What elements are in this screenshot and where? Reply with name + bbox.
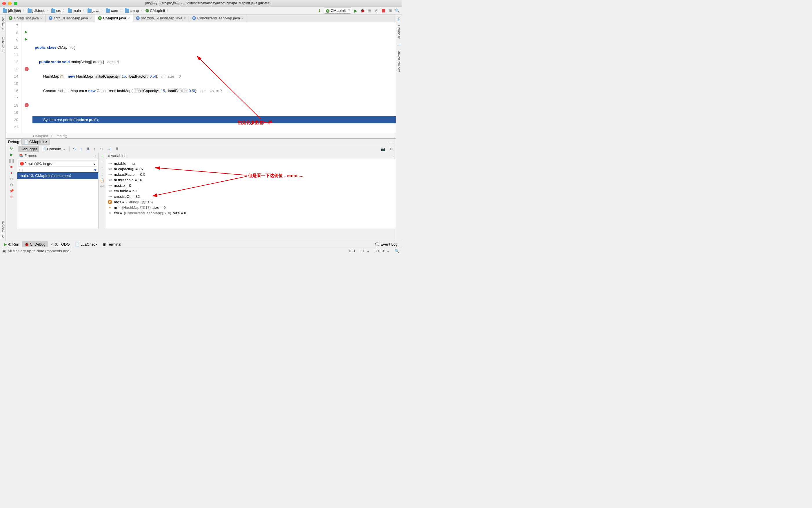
settings-button[interactable]: ⚙	[388, 146, 395, 152]
code-editor[interactable]: 789101112131415161718192021 ▶ ▶ public c…	[6, 22, 396, 133]
step-over-button[interactable]: ↷	[71, 146, 78, 152]
line-separator[interactable]: LF ⌄	[361, 249, 369, 253]
editor-tab[interactable]: CConcurrentHashMap.java×	[189, 14, 247, 22]
close-icon[interactable]: ×	[89, 16, 92, 20]
add-watch-button[interactable]: +	[101, 154, 104, 158]
debug-tool-button[interactable]: 🐞5: Debug	[22, 241, 48, 247]
stack-frame[interactable]: main:13, CMapInit (com.cmap)	[17, 172, 98, 179]
structure-tool-button[interactable]: 7: Structure	[1, 37, 5, 53]
variable-item[interactable]: 👓cm.table = null	[108, 188, 394, 194]
cursor-position[interactable]: 13:1	[348, 249, 355, 253]
maximize-window-button[interactable]	[14, 2, 17, 5]
resume-button[interactable]: ▶	[10, 152, 13, 157]
update-icon[interactable]: ⤓	[317, 8, 322, 13]
variable-item[interactable]: 👓m.table = null	[108, 161, 394, 166]
variable-item[interactable]: 👓m.capacity() = 16	[108, 166, 394, 172]
minimize-window-button[interactable]	[8, 2, 11, 5]
up-button[interactable]: ↑	[101, 166, 103, 170]
variable-item[interactable]: Pargs = {String[0]@516}	[108, 199, 394, 205]
step-out-button[interactable]: ↑	[92, 146, 97, 152]
variable-item[interactable]: 👓cm.sizeCtl = 32	[108, 194, 394, 199]
close-debug-button[interactable]: ✕	[10, 195, 13, 199]
thread-selector[interactable]: 🔴 "main"@1 in gro...⌄	[18, 160, 97, 167]
terminal-tool-button[interactable]: ▣ Terminal	[100, 241, 123, 247]
annotation-text: 但是看一下这俩值，emm.....	[248, 173, 303, 178]
run-tool-button[interactable]: ▶4: Run	[2, 241, 22, 247]
editor-tab[interactable]: CCMapTest.java×	[6, 14, 46, 22]
favorites-tool-button[interactable]: 2: Favorites	[1, 221, 5, 238]
mute-breakpoints-button[interactable]: ⊘	[10, 177, 13, 181]
settings-icon[interactable]: ⚙	[10, 183, 13, 187]
pin-icon[interactable]: 📌	[9, 189, 14, 193]
database-tool-button[interactable]: Database	[397, 25, 401, 39]
show-watches-button[interactable]: 👓	[100, 184, 105, 188]
editor-tab[interactable]: Csrc.zip!/.../HashMap.java×	[133, 14, 189, 22]
main-area: 1: Project 7: Structure 2: Favorites CCM…	[0, 14, 402, 241]
debug-session-tab[interactable]: 📄CMapInit ×	[22, 139, 50, 145]
status-bar: ▣ All files are up-to-date (moments ago)…	[0, 248, 402, 254]
editor-tab[interactable]: CCMapInit.java×	[95, 14, 133, 22]
thread-dump-button[interactable]: 📷	[379, 146, 387, 152]
step-into-button[interactable]: ↓	[79, 146, 84, 152]
close-icon[interactable]: ×	[184, 16, 186, 20]
coverage-button[interactable]: ▦	[367, 8, 372, 13]
variable-item[interactable]: ≡cm = {ConcurrentHashMap@518} size = 0	[108, 210, 394, 216]
evaluate-button[interactable]: 🖩	[114, 146, 121, 152]
luacheck-tool-button[interactable]: 📄 LuaCheck	[73, 241, 100, 247]
breakpoint-icon[interactable]	[25, 67, 29, 71]
bottom-toolbar: ▶4: Run 🐞5: Debug ✓ 6: TODO 📄 LuaCheck ▣…	[0, 241, 402, 248]
left-tool-strip: 1: Project 7: Structure 2: Favorites	[0, 14, 6, 241]
force-step-into-button[interactable]: ⇊	[85, 146, 91, 152]
inspector-icon[interactable]: 🔍	[395, 249, 399, 253]
profile-button[interactable]: ◷	[374, 8, 379, 13]
remove-watch-button[interactable]: −	[101, 160, 104, 164]
editor-tab[interactable]: Csrc/.../HashMap.java×	[46, 14, 95, 22]
debug-button[interactable]: 🐞	[360, 8, 365, 13]
view-breakpoints-button[interactable]: ●	[10, 171, 13, 175]
gutter[interactable]: ▶ ▶	[22, 22, 33, 133]
breakpoint-icon[interactable]	[25, 103, 29, 107]
search-icon[interactable]: 🔍	[395, 8, 400, 13]
breadcrumb-item[interactable]: com	[105, 8, 119, 13]
run-gutter-icon[interactable]: ▶	[25, 37, 28, 41]
breadcrumb-item[interactable]: jdktest	[26, 8, 46, 13]
close-window-button[interactable]	[2, 2, 6, 5]
breadcrumb-item[interactable]: cmap	[124, 8, 140, 13]
breadcrumb-item[interactable]: jdk源码	[2, 7, 22, 14]
close-icon[interactable]: ×	[241, 16, 244, 20]
run-gutter-icon[interactable]: ▶	[25, 30, 28, 34]
layout-button[interactable]: ⊞	[388, 8, 393, 13]
breadcrumb-item[interactable]: src	[50, 8, 62, 13]
drop-frame-button[interactable]: ⟲	[98, 146, 104, 152]
stop-button[interactable]	[381, 8, 386, 13]
run-to-cursor-button[interactable]: →|	[105, 146, 113, 152]
console-tab[interactable]: 📄 Console →	[40, 146, 68, 152]
run-config-select[interactable]: CCMapInit	[324, 7, 351, 14]
run-button[interactable]: ▶	[353, 8, 358, 13]
breadcrumb-item[interactable]: java	[86, 8, 100, 13]
right-tool-strip: 🗄 Database m Maven Projects	[396, 14, 402, 241]
toolbar-right: ⤓ CCMapInit ▶ 🐞 ▦ ◷ ⊞ 🔍	[317, 7, 400, 14]
pause-button[interactable]: ❚❚	[8, 159, 15, 163]
duplicate-button[interactable]: 📋	[100, 178, 105, 182]
variables-panel: ≡ Variables→ 👓m.table = null 👓m.capacity…	[106, 153, 396, 228]
file-encoding[interactable]: UTF-8 ⌄	[375, 249, 390, 253]
project-tool-button[interactable]: 1: Project	[1, 17, 5, 31]
breadcrumb-item[interactable]: CCMapInit	[144, 8, 166, 13]
close-icon[interactable]: ×	[40, 16, 43, 20]
variable-item[interactable]: ≡m = {HashMap@517} size = 0	[108, 205, 394, 210]
code-content[interactable]: public class CMapInit { public static vo…	[33, 22, 396, 133]
maven-tool-button[interactable]: Maven Projects	[397, 50, 401, 73]
event-log-button[interactable]: 💬 Event Log	[373, 241, 400, 247]
debugger-tab[interactable]: Debugger	[18, 146, 39, 152]
rerun-button[interactable]: ↻	[10, 146, 13, 151]
close-icon[interactable]: ×	[127, 16, 130, 20]
variable-item[interactable]: 👓m.size = 0	[108, 183, 394, 188]
editor-breadcrumb[interactable]: CMapInit〉main()	[6, 133, 396, 138]
minimize-icon[interactable]: —	[388, 139, 394, 144]
down-button[interactable]: ↓	[101, 172, 103, 176]
stop-debug-button[interactable]: ■	[10, 165, 13, 169]
todo-tool-button[interactable]: ✓ 6: TODO	[48, 241, 72, 247]
breadcrumb-item[interactable]: main	[67, 8, 82, 13]
variables-list[interactable]: 👓m.table = null 👓m.capacity() = 16 👓m.lo…	[106, 159, 396, 228]
